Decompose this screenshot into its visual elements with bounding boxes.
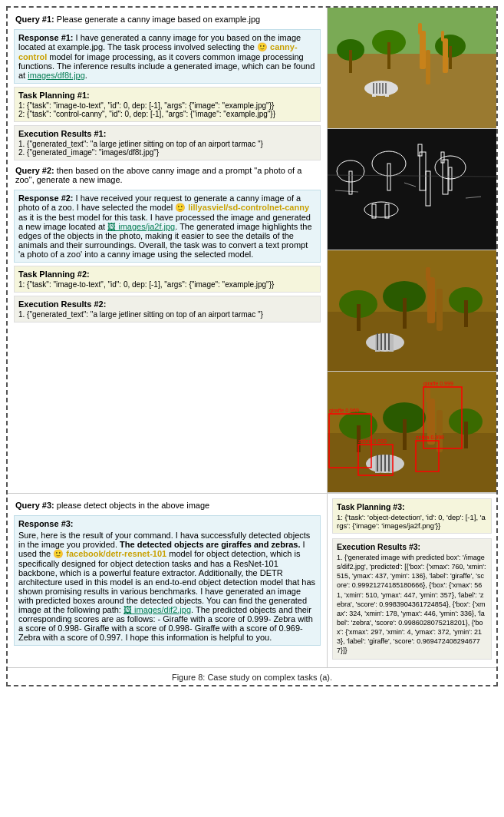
response-2-section: Response #2: I have received your reques…: [14, 190, 321, 263]
query-3-label: Query #3:: [15, 501, 54, 510]
svg-rect-49: [426, 267, 430, 281]
svg-rect-3: [349, 50, 352, 73]
svg-rect-20: [385, 83, 387, 94]
response-3-bold1: The detected objects are giraffes and ze…: [120, 540, 300, 549]
caption: Figure 8: Case study on complex tasks (a…: [8, 667, 496, 685]
svg-rect-8: [420, 31, 426, 69]
svg-rect-67: [426, 389, 430, 402]
response-2-label: Response #2:: [18, 194, 74, 203]
exec-2-label: Execution Results #2:: [18, 299, 316, 309]
response-1-label: Response #1:: [18, 33, 74, 42]
svg-rect-18: [379, 83, 380, 94]
task-2-line1: 1: {"task": "image-to-text", "id": 0, de…: [18, 280, 316, 289]
task-3-label: Task Planning #3:: [337, 502, 487, 511]
bottom-section: Query #3: please detect objects in the a…: [8, 493, 496, 667]
svg-rect-11: [443, 38, 448, 73]
svg-rect-68: [436, 410, 443, 452]
svg-rect-7: [449, 46, 452, 69]
exec-3-section: Execution Results #3: 1. {'generated ima…: [332, 538, 492, 660]
query-1-text: Please generate a canny image based on e…: [57, 15, 260, 24]
response-2-link[interactable]: 🖼 images/ja2f.jpg: [107, 222, 175, 231]
svg-rect-19: [382, 83, 384, 94]
task-1-section: Task Planning #1: 1: {"task": "image-to-…: [14, 87, 321, 122]
image-canny: [328, 129, 496, 250]
image-savanna: [328, 8, 496, 129]
svg-rect-50: [436, 289, 443, 331]
image-zoo: [328, 250, 496, 372]
exec-1-section: Execution Results #1: 1. {"generated_tex…: [14, 125, 321, 160]
svg-text:giraffe 0.969: giraffe 0.969: [329, 408, 359, 414]
svg-text:zebra 0.999: zebra 0.999: [358, 438, 387, 444]
task-2-label: Task Planning #2:: [18, 270, 316, 279]
task-1-line2: 2: {"task": "control-canny", "id": 0, de…: [18, 110, 316, 118]
bottom-right: Task Planning #3: 1: {'task': 'object-de…: [328, 494, 496, 667]
query-2-text: then based on the above canny image and …: [15, 166, 301, 184]
task-1-line1: 1: {"task": "image-to-text", "id": 0, de…: [18, 101, 316, 110]
task-3-section: Task Planning #3: 1: {'task': 'object-de…: [332, 498, 492, 534]
response-3-link[interactable]: 🖼 images/dif2.jpg: [124, 605, 191, 614]
query-2-label: Query #2:: [15, 166, 54, 175]
svg-rect-63: [403, 419, 407, 450]
right-column-images: giraffe 0.999 zebra 0.998 zebra 0.999 gi…: [328, 8, 496, 493]
svg-rect-45: [403, 298, 407, 329]
exec-3-text: 1. {'generated image with predicted box'…: [337, 553, 487, 656]
svg-rect-17: [376, 83, 377, 94]
svg-rect-10: [426, 50, 430, 84]
main-container: Query #1: Please generate a canny image …: [6, 6, 498, 686]
response-1-text3: .: [85, 71, 87, 80]
svg-rect-16: [373, 83, 374, 94]
svg-rect-59: [328, 433, 496, 493]
bottom-left: Query #3: please detect objects in the a…: [8, 494, 328, 667]
query-1-section: Query #1: Please generate a canny image …: [14, 12, 321, 26]
svg-rect-48: [427, 277, 435, 323]
top-section: Query #1: Please generate a canny image …: [8, 8, 496, 493]
svg-point-13: [364, 81, 398, 96]
svg-rect-43: [357, 304, 361, 331]
svg-text:zebra 0.998: zebra 0.998: [416, 435, 444, 440]
exec-2-line1: 1. {"generated_text": "a large jetliner …: [18, 310, 316, 319]
task-2-section: Task Planning #2: 1: {"task": "image-to-…: [14, 266, 321, 293]
svg-rect-41: [328, 312, 496, 372]
response-3-model: 🙂 facebook/detr-resnet-101: [53, 549, 166, 558]
image-detected: giraffe 0.999 zebra 0.998 zebra 0.999 gi…: [328, 372, 496, 493]
response-2-model: 🙂 lillyasviel/sd-controlnet-canny: [175, 203, 309, 212]
query-3-text: please detect objects in the above image: [57, 501, 209, 510]
svg-rect-12: [441, 31, 444, 41]
response-3-label: Response #3:: [18, 519, 74, 528]
svg-rect-47: [464, 300, 468, 327]
svg-rect-1: [328, 54, 496, 129]
exec-3-label: Execution Results #3:: [337, 542, 487, 551]
exec-1-line2: 2. {"generated_image": "images/df8t.jpg"…: [18, 148, 316, 157]
exec-1-label: Execution Results #1:: [18, 129, 316, 138]
task-1-label: Task Planning #1:: [18, 91, 316, 100]
left-column: Query #1: Please generate a canny image …: [8, 8, 328, 493]
response-3-section: Response #3: Sure, here is the result of…: [14, 515, 321, 646]
query-3-section: Query #3: please detect objects in the a…: [14, 498, 321, 512]
exec-1-line1: 1. {"generated_text": "a large jetliner …: [18, 140, 316, 148]
svg-rect-65: [464, 422, 468, 448]
svg-text:giraffe 0.999: giraffe 0.999: [423, 381, 453, 387]
svg-rect-21: [328, 129, 496, 250]
query-2-section: Query #2: then based on the above canny …: [14, 164, 321, 187]
query-1-label: Query #1:: [15, 15, 54, 24]
response-1-link[interactable]: images/df8t.jpg: [28, 71, 85, 80]
svg-rect-9: [418, 23, 422, 35]
svg-rect-5: [387, 42, 390, 69]
task-3-text: 1: {'task': 'object-detection', 'id': 0,…: [337, 513, 487, 530]
exec-2-section: Execution Results #2: 1. {"generated_tex…: [14, 296, 321, 322]
response-1-section: Response #1: I have generated a canny im…: [14, 29, 321, 84]
